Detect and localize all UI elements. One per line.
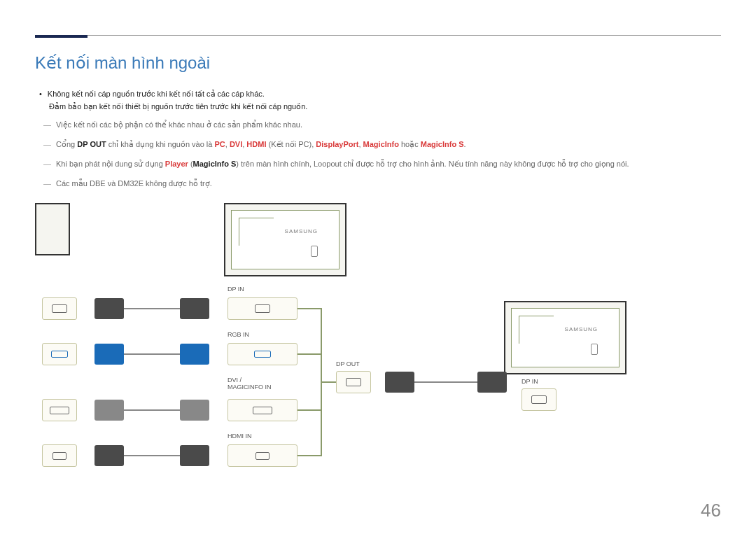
label-dp-in-2: DP IN	[522, 378, 538, 385]
cable-vga	[124, 353, 180, 355]
port-left-vga	[42, 343, 77, 365]
plug-dpout-left	[385, 372, 414, 393]
page-number: 46	[701, 500, 721, 521]
port-dp-in-2	[522, 388, 556, 411]
header-accent	[35, 35, 88, 38]
header-divider	[35, 35, 721, 36]
note-1: Việc kết nối các bộ phận có thể khác nha…	[56, 118, 721, 132]
source-device	[35, 203, 70, 255]
port-right-rgb-in	[227, 343, 298, 365]
port-right-hdmi-in	[227, 444, 298, 467]
page-title: Kết nối màn hình ngoài	[35, 53, 721, 73]
label-hdmi-in: HDMI IN	[227, 433, 252, 440]
port-right-dvi-in	[227, 399, 298, 421]
label-dp-in: DP IN	[227, 286, 244, 293]
label-rgb-in: RGB IN	[227, 331, 249, 338]
plug-hdmi-left	[94, 445, 124, 466]
brand-label-2: SAMSUNG	[565, 326, 598, 332]
port-left-dvi	[42, 399, 77, 421]
bullet-warning: Không kết nối cáp nguồn trước khi kết nố…	[49, 88, 721, 101]
port-dp-out	[336, 371, 371, 393]
plug-vga-left	[94, 344, 124, 365]
port-left-dp	[42, 297, 77, 320]
cable-hdmi	[124, 455, 180, 456]
label-dp-out: DP OUT	[336, 360, 360, 367]
connection-diagram: SAMSUNG SAMSUNG DP IN RGB IN DVI / MAGIC…	[35, 203, 721, 497]
bullet-warning-sub: Đảm bảo bạn kết nối thiết bị nguồn trước…	[49, 101, 721, 113]
brand-label-1: SAMSUNG	[285, 228, 318, 234]
label-dvi-magicinfo: DVI / MAGICINFO IN	[227, 377, 272, 391]
plug-hdmi-right	[180, 445, 209, 466]
cable-dpout	[414, 381, 477, 383]
plug-dpout-right	[477, 372, 507, 393]
cable-dp	[124, 308, 180, 309]
note-3: Khi bạn phát nội dung sử dụng Player (Ma…	[56, 157, 721, 171]
monitor-2: SAMSUNG	[504, 301, 626, 374]
note-2: Cổng DP OUT chỉ khả dụng khi nguồn vào l…	[56, 138, 721, 152]
plug-dp-right	[180, 298, 209, 319]
port-left-hdmi	[42, 444, 77, 467]
port-right-dp-in	[227, 297, 298, 320]
monitor-1: SAMSUNG	[224, 203, 346, 276]
note-4: Các mẫu DBE và DM32E không được hỗ trợ.	[56, 177, 721, 191]
plug-dp-left	[94, 298, 124, 319]
plug-dvi-right	[180, 400, 209, 421]
plug-dvi-left	[94, 400, 124, 421]
cable-dvi	[124, 409, 180, 411]
plug-vga-right	[180, 344, 209, 365]
